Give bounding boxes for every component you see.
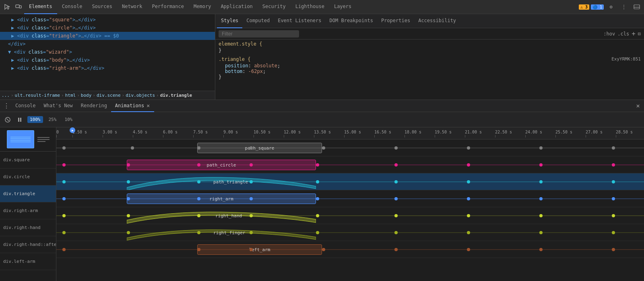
tab-network[interactable]: Network [117,0,147,14]
breadcrumb-result-iframe[interactable]: ult.result-iframe [15,93,60,98]
tree-line-wizard[interactable]: ▼ <div class="wizard"> [0,48,215,56]
tab-rendering[interactable]: Rendering [77,100,111,112]
tab-animations[interactable]: Animations × [111,100,154,112]
svg-point-32 [467,180,470,183]
breadcrumb-body[interactable]: body [81,93,92,98]
anim-label-right-hand[interactable]: div.right-hand [0,219,56,236]
tab-sources[interactable]: Sources [87,0,117,14]
tab-event-listeners[interactable]: Event Listeners [274,14,325,28]
breadcrumb: ... › ult.result-iframe › html › body › … [0,91,215,100]
rule-source[interactable]: ExyYRMK:851 [611,56,641,63]
styles-content[interactable]: element.style { } .triangle { ExyYRMK:85… [215,40,644,100]
ruler-tick-6: 9.00 s [223,130,254,137]
close-animations-tab[interactable]: × [147,102,150,109]
tab-accessibility[interactable]: Accessibility [414,14,460,28]
svg-point-45 [127,214,130,217]
tab-computed[interactable]: Computed [242,14,274,28]
track-right-hand-after[interactable]: right_finger [56,224,644,241]
svg-point-40 [394,197,398,200]
tree-line-body[interactable]: ▶ <div class="body">…</div> [0,56,215,64]
dock-icon[interactable] [631,1,642,12]
svg-point-20 [250,163,253,167]
tree-line-circle[interactable]: ▶ <div class="circle">…</div> [0,24,215,32]
svg-point-68 [539,248,543,251]
tab-elements[interactable]: Elements [24,0,57,14]
tree-line-right-arm[interactable]: ▶ <div class="right-arm">…</div> [0,64,215,72]
styles-toolbar: :hov .cls + ⊡ [215,28,644,40]
more-options-icon[interactable]: ⋮ [618,1,630,12]
tab-console[interactable]: Console [57,0,87,14]
tab-console-drawer[interactable]: Console [11,100,40,112]
anim-label-triangle[interactable]: div.triangle [0,185,56,202]
close-drawer-button[interactable]: × [634,102,642,110]
track-left-arm[interactable]: left_arm [56,241,644,258]
elements-tree[interactable]: ▶ <div class="square">…</div> ▶ <div cla… [0,14,215,91]
tab-whats-new[interactable]: What's New [40,100,77,112]
speed-25-button[interactable]: 25% [46,116,59,123]
cls-button[interactable]: .cls [617,31,629,37]
svg-point-63 [197,248,200,251]
breadcrumb-triangle[interactable]: div.triangle [160,93,192,98]
track-right-arm[interactable]: right_arm [56,190,644,207]
toggle-device-toolbar-icon[interactable] [13,1,24,12]
pause-button[interactable] [15,115,24,124]
svg-point-42 [539,197,543,200]
anim-label-right-arm[interactable]: div.right-arm [0,202,56,219]
triangle-style-rule: .triangle { ExyYRMK:851 position: absolu… [219,56,641,80]
svg-point-14 [467,146,470,150]
ruler-tick-16: 24.00 s [525,130,555,137]
svg-point-51 [539,214,543,217]
settings-icon[interactable]: ⚙ [605,1,617,12]
tree-line-triangle[interactable]: ▶ <div class="triangle">…</div> == $0 [0,32,215,40]
svg-point-22 [394,163,398,167]
tab-security[interactable]: Security [258,0,291,14]
svg-point-67 [467,248,470,251]
tab-layers[interactable]: Layers [329,0,356,14]
breadcrumb-objects[interactable]: div.objects [126,93,155,98]
add-style-button[interactable]: + [632,30,636,37]
tab-memory[interactable]: Memory [189,0,216,14]
stop-button[interactable] [3,115,12,124]
tree-line-square[interactable]: ▶ <div class="square">…</div> [0,16,215,24]
anim-tracks[interactable]: path_square [56,139,644,281]
svg-point-21 [316,163,319,167]
anim-label-circle[interactable]: div.circle [0,169,56,185]
svg-point-46 [197,214,200,217]
rule-prop-bottom: bottom: -62px; [219,69,641,74]
styles-panel: Styles Computed Event Listeners DOM Brea… [215,14,644,100]
svg-point-59 [467,231,470,234]
tab-lighthouse[interactable]: Lighthouse [291,0,329,14]
toggle-panel-button[interactable]: ⊡ [638,31,641,37]
breadcrumb-scene[interactable]: div.scene [97,93,121,98]
anim-label-square[interactable]: div.square [0,152,56,169]
anim-label-right-hand-after[interactable]: div.right-hand::after [0,236,56,253]
svg-line-5 [6,119,9,121]
breadcrumb-ellipsis[interactable]: ... [2,93,10,98]
tree-line-close-div[interactable]: </div> [0,40,215,48]
drawer-more-options-icon[interactable]: ⋮ [2,102,11,110]
anim-label-left-arm[interactable]: div.left-arm [0,253,56,270]
tab-properties[interactable]: Properties [377,14,414,28]
svg-point-18 [127,163,130,167]
tab-styles[interactable]: Styles [217,14,242,28]
speed-100-button[interactable]: 100% [27,116,43,123]
inspect-element-icon[interactable] [2,1,13,12]
track-circle[interactable]: path_circle [56,156,644,173]
tab-dom-breakpoints[interactable]: DOM Breakpoints [326,14,377,28]
speed-10-button[interactable]: 10% [62,116,75,123]
svg-point-15 [539,146,543,150]
svg-point-62 [62,248,66,251]
play-head[interactable]: ▶ [70,127,75,133]
hov-button[interactable]: :hov [603,31,615,37]
ruler-tick-7: 10.50 s [254,130,284,137]
bottom-drawer: ⋮ Console What's New Rendering Animation… [0,100,644,281]
tab-application[interactable]: Application [216,0,257,14]
track-triangle[interactable]: path_triangle [56,173,644,190]
track-square[interactable]: path_square [56,139,644,156]
tab-performance[interactable]: Performance [147,0,189,14]
filter-input[interactable] [219,30,299,37]
track-right-hand[interactable]: right_hand [56,207,644,224]
svg-rect-7 [20,118,21,122]
breadcrumb-html[interactable]: html [65,93,76,98]
anim-ruler[interactable]: ▶ 0 1.50 s 3.00 s [56,127,644,139]
